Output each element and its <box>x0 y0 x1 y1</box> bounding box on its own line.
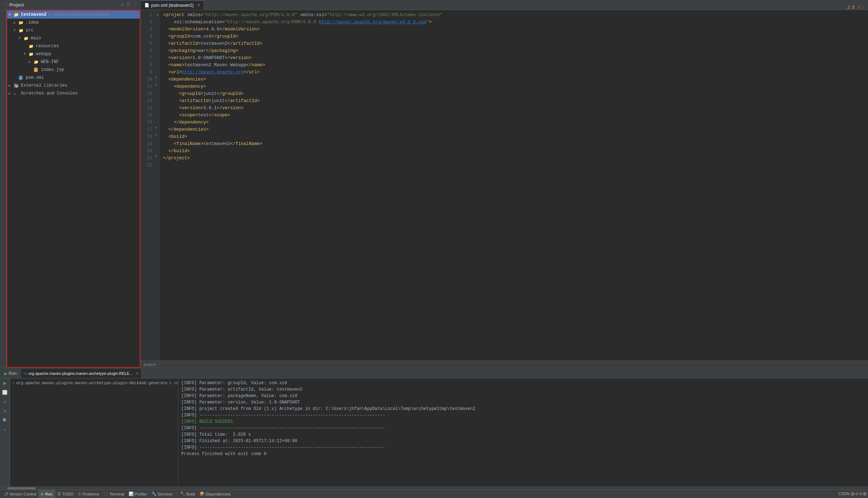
code-line-11: <dependency> <box>163 83 865 90</box>
tab-run-file[interactable]: m org.apache.maven.plugins:maven-archety… <box>21 369 142 378</box>
tab-close-pom[interactable]: ✕ <box>197 3 200 8</box>
line-num-2: 2 <box>141 19 152 26</box>
build-icon: 🔨 <box>180 492 185 496</box>
run-output-line-9: [INFO] Finished at: 2023-01-05T17:14:12+… <box>181 438 865 444</box>
tree-item-webapp[interactable]: ▼ 📁 webapp <box>7 50 140 58</box>
tree-item-indexjsp[interactable]: jsp index.jsp <box>7 66 140 74</box>
tree-arrow-idea: ▶ <box>14 21 19 25</box>
status-item-problems[interactable]: ⚠ Problems <box>76 490 101 498</box>
editor-tabs: 📄 pom.xml (testmaven2) ✕ ⚠ 3 ✗ 2 <box>141 0 868 10</box>
run-settings-button[interactable]: ⚙ <box>2 408 8 414</box>
tab-run[interactable]: ▶ Run: <box>1 369 21 378</box>
run-tree-item-0[interactable]: ✓ org.apache.maven.plugins:maven-archety… <box>10 379 178 387</box>
run-filter-button[interactable]: 🔍 <box>2 417 8 424</box>
run-output-line-6: [INFO] BUILD SUCCESS <box>181 419 865 425</box>
line-num-9: 9 <box>141 69 152 76</box>
errors-count[interactable]: ✗ 2 <box>857 5 864 10</box>
svg-text:jsp: jsp <box>34 69 38 72</box>
project-tree: ▼ 📁 testmaven2 D:\ideworkspace\testmaven… <box>6 10 140 368</box>
run-output-line-10: [INFO] ---------------------------------… <box>181 444 865 451</box>
code-content[interactable]: <project xmlns="http://maven.apache.org/… <box>160 10 868 361</box>
tree-item-extlibs[interactable]: ▶ 📚 External Libraries <box>7 82 140 90</box>
run-rerun-button[interactable]: ↺ <box>2 398 8 405</box>
run-down-button[interactable]: ⬇ <box>2 426 8 433</box>
run-item-label: org.apache.maven.plugins:maven-archetype… <box>16 381 167 385</box>
status-separator-1 <box>176 492 177 497</box>
panel-icon-settings[interactable]: ⋮ <box>133 2 138 8</box>
tree-label-webapp: webapp <box>36 52 51 57</box>
code-line-10: <dependencies> <box>163 76 865 83</box>
panel-icon-gear[interactable]: ⚙ <box>121 2 124 8</box>
code-gutter: ▼ ▼ ▼ ▼ ▼ <box>155 10 160 361</box>
status-item-terminal[interactable]: ⬛ Terminal <box>101 490 126 498</box>
status-item-deps[interactable]: 📦 Dependencies <box>197 490 233 498</box>
line-num-22: 22 <box>141 162 152 169</box>
left-strip-icon-1[interactable]: ◁ <box>2 1 4 5</box>
status-item-vc[interactable]: ⎇ Version Control <box>1 490 38 498</box>
line-num-16: 16 <box>141 119 152 126</box>
todo-label: TODO <box>62 492 73 496</box>
run-scrollbar[interactable] <box>0 487 868 489</box>
editor-area: 📄 pom.xml (testmaven2) ✕ ⚠ 3 ✗ 2 1 2 3 4… <box>141 0 868 368</box>
status-item-run[interactable]: ▶ Run <box>38 490 55 498</box>
tab-icon-pom: 📄 <box>144 3 149 8</box>
run-status-label: Run <box>45 492 52 496</box>
run-play-button[interactable]: ▶ <box>2 380 8 386</box>
tree-item-testmaven2[interactable]: ▼ 📁 testmaven2 D:\ideworkspace\testmaven… <box>7 11 140 19</box>
bottom-tabs: ▶ Run: m org.apache.maven.plugins:maven-… <box>0 368 868 378</box>
run-item-time: 3 sec, 84 ms <box>169 381 178 385</box>
project-panel-title: Project <box>9 3 24 8</box>
run-left-toolbar: ▶ ⬜ ↺ ⚙ 🔍 ⬇ <box>0 378 10 487</box>
tree-item-idea[interactable]: ▶ 📂 .idea <box>7 19 140 26</box>
run-check-icon: ✓ <box>12 381 15 386</box>
file-icon-pom: POM <box>19 75 24 81</box>
tree-item-resources[interactable]: 📁 resources <box>7 42 140 50</box>
tree-item-webinf[interactable]: ▶ 📁 WEB-INF <box>7 58 140 66</box>
project-panel-header: Project ⚙ ☰ ⋮ <box>6 0 140 10</box>
breadcrumb-text: project <box>144 362 155 367</box>
editor-tab-pom[interactable]: 📄 pom.xml (testmaven2) ✕ <box>141 0 204 10</box>
line-num-3: 3 <box>141 26 152 33</box>
services-icon: 🔧 <box>152 492 157 496</box>
bottom-panel: ▶ Run: m org.apache.maven.plugins:maven-… <box>0 368 868 489</box>
run-output[interactable]: [INFO] Parameter: groupId, Value: com.xz… <box>178 378 868 487</box>
folder-icon-src: 📁 <box>19 28 24 33</box>
line-num-11: 11 <box>141 83 152 90</box>
line-num-8: 8 <box>141 62 152 69</box>
problems-icon: ⚠ <box>78 492 81 496</box>
tree-label-gray-testmaven2: D:\ideworkspace\testmaven2 <box>48 13 110 17</box>
app-container: ◁ ▷ Project ⚙ ☰ ⋮ ▼ 📁 testmaven2 <box>0 0 868 498</box>
editor-content: 1 2 3 4 5 6 7 8 9 10 11 12 13 14 15 16 1 <box>141 10 868 361</box>
line-num-7: 7 <box>141 54 152 62</box>
line-num-18: 18 <box>141 133 152 140</box>
status-item-todo[interactable]: ☰ TODO <box>55 490 76 498</box>
left-strip-icon-2[interactable]: ▷ <box>2 9 4 13</box>
tab-run-close[interactable]: ✕ <box>136 372 139 376</box>
tree-item-pom[interactable]: POM pom.xml <box>7 74 140 82</box>
line-num-6: 6 <box>141 47 152 54</box>
code-line-19: <finalName>testmaven2</finalName> <box>163 140 865 148</box>
run-output-line-0: [INFO] Parameter: groupId, Value: com.xz… <box>181 380 865 386</box>
status-item-build[interactable]: 🔨 Build <box>178 490 197 498</box>
status-item-services[interactable]: 🔧 Services <box>149 490 175 498</box>
run-scrollbar-thumb[interactable] <box>7 487 36 489</box>
tree-item-main[interactable]: ▼ 📁 main <box>7 34 140 42</box>
code-line-9: <url>http://maven.apache.org</url> <box>163 69 865 76</box>
tree-item-src[interactable]: ▼ 📁 src <box>7 26 140 34</box>
tree-item-scratch[interactable]: ▶ ✏️ Scratches and Consoles <box>7 90 140 97</box>
status-item-profiler[interactable]: 📊 Profiler <box>126 490 149 498</box>
line-num-5: 5 <box>141 40 152 47</box>
run-stop-button[interactable]: ⬜ <box>2 389 8 396</box>
panel-icon-list[interactable]: ☰ <box>126 2 130 8</box>
warnings-count[interactable]: ⚠ 3 <box>847 5 854 10</box>
run-tree: ✓ org.apache.maven.plugins:maven-archety… <box>10 378 178 487</box>
problems-label: Problems <box>82 492 99 496</box>
run-output-line-3: [INFO] Parameter: version, Value: 1.0-SN… <box>181 399 865 406</box>
status-right: CSDN @小斗扇 <box>839 491 867 497</box>
tree-label-idea: .idea <box>26 20 39 25</box>
code-line-22 <box>163 162 865 169</box>
run-status-icon: ▶ <box>41 492 44 496</box>
line-num-19: 19 <box>141 140 152 148</box>
vc-label: Version Control <box>9 492 36 496</box>
tab-label-pom: pom.xml (testmaven2) <box>151 3 194 8</box>
